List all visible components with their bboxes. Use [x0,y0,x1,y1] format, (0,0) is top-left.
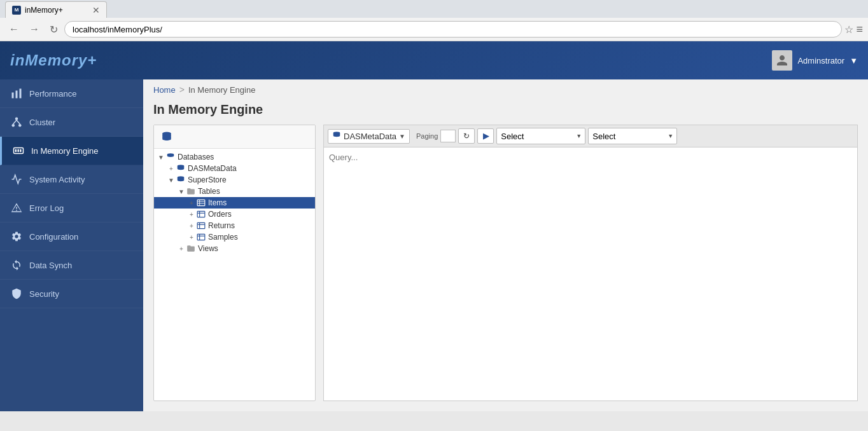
warning-icon [10,202,23,214]
database-superstore-icon [176,175,186,184]
query-editor[interactable] [323,147,858,401]
back-button[interactable]: ← [5,22,23,36]
expander-views: + [177,244,186,253]
svg-rect-23 [197,222,205,228]
breadcrumb: Home > In Memory Engine [143,79,868,100]
sidebar-label-security: Security [29,289,59,299]
gear-icon [10,230,23,243]
tree-node-returns[interactable]: + Returns [154,220,315,231]
expander-tables: ▼ [177,187,186,196]
page-title: In Memory Engine [143,100,868,125]
svg-rect-9 [15,149,17,153]
browser-tab[interactable]: M inMemory+ ✕ [5,1,107,18]
expander-dasmetadata: + [167,164,176,173]
content-area: Home > In Memory Engine In Memory Engine [143,79,868,411]
expander-orders: + [187,210,196,219]
svg-rect-10 [18,149,19,153]
tree-node-items[interactable]: + Items [154,197,315,209]
sidebar-item-error-log[interactable]: Error Log [0,194,143,222]
table-orders-icon [196,210,206,219]
browser-menu-button[interactable]: ≡ [856,23,863,36]
folder-tables-icon [186,187,196,196]
tab-title: inMemory+ [25,6,63,15]
shield-icon [10,287,23,300]
select-wrapper-2[interactable]: Select Option 1 Option 2 [588,128,677,144]
database-dasmetadata-icon [176,164,186,173]
sidebar-item-security[interactable]: Security [0,280,143,308]
main-panel: ▼ Databases + [143,125,868,411]
label-samples: Samples [208,233,238,242]
sidebar-label-system-activity: System Activity [29,175,85,184]
forward-button[interactable]: → [25,22,43,36]
svg-rect-2 [20,89,22,99]
tree-node-views[interactable]: + Views [154,243,315,254]
tree-node-databases[interactable]: ▼ Databases [154,151,315,163]
tree-panel: ▼ Databases + [153,125,316,401]
breadcrumb-current: In Memory Engine [188,85,256,95]
folder-views-icon [186,244,196,253]
chart-icon [10,87,23,100]
avatar [772,50,792,71]
table-items-icon [196,198,206,207]
sidebar-label-cluster: Cluster [29,118,55,127]
db-name-label: DASMetaData [344,132,396,141]
tree-node-tables[interactable]: ▼ Tables [154,186,315,197]
svg-point-3 [15,118,18,121]
user-label: Adminstrator [797,56,844,65]
omnibar-row: ← → ↻ ☆ ≡ [0,18,868,41]
expander-databases: ▼ [157,153,165,161]
svg-rect-1 [16,91,18,99]
app-logo: inMemory+ [10,51,97,69]
table-samples-icon [196,233,206,242]
svg-line-6 [13,120,17,124]
refresh-button[interactable]: ↻ [46,22,62,37]
tree-toolbar [154,125,315,149]
sidebar-item-cluster[interactable]: Cluster [0,108,143,137]
activity-icon [10,173,23,186]
user-dropdown-arrow[interactable]: ▼ [850,56,858,65]
sidebar-label-data-synch: Data Synch [29,261,72,270]
svg-point-4 [12,124,15,127]
breadcrumb-home[interactable]: Home [153,85,176,95]
breadcrumb-separator: > [179,85,185,95]
sidebar-label-configuration: Configuration [29,232,78,242]
run-button[interactable]: ▶ [477,128,494,144]
refresh-button[interactable]: ↻ [458,128,475,144]
paging-label: Paging [416,132,438,140]
label-items: Items [208,198,227,207]
select-dropdown-2[interactable]: Select Option 1 Option 2 [588,128,677,144]
nodes-icon [10,116,23,128]
tree-node-dasmetadata[interactable]: + DASMetaData [154,163,315,174]
user-area[interactable]: Adminstrator ▼ [772,50,858,71]
sidebar-item-data-synch[interactable]: Data Synch [0,251,143,280]
sidebar-item-system-activity[interactable]: System Activity [0,165,143,194]
svg-rect-16 [197,200,205,205]
db-select-wrapper[interactable]: DASMetaData ▼ [328,129,410,144]
tree-node-orders[interactable]: + Orders [154,209,315,220]
bookmark-button[interactable]: ☆ [844,24,853,36]
tree-node-superstore[interactable]: ▼ SuperStore [154,174,315,186]
paging-box [440,130,456,142]
app-header: inMemory+ Adminstrator ▼ [0,41,868,79]
sidebar-item-in-memory-engine[interactable]: In Memory Engine [0,137,143,165]
app-wrapper: inMemory+ Adminstrator ▼ Performanc [0,41,868,411]
label-returns: Returns [208,221,235,230]
memory-icon [12,144,25,157]
select-dropdown-1[interactable]: Select Option 1 Option 2 [496,128,585,144]
tree-node-samples[interactable]: + Samples [154,231,315,243]
expander-returns: + [187,221,196,230]
database-root-icon [165,153,176,161]
sidebar-item-performance[interactable]: Performance [0,79,143,108]
label-databases: Databases [178,153,214,161]
main-layout: Performance Cluster [0,79,868,411]
database-toolbar-icon[interactable] [159,129,174,144]
svg-rect-0 [12,93,14,99]
user-icon [776,54,788,67]
table-returns-icon [196,221,206,230]
sidebar-item-configuration[interactable]: Configuration [0,222,143,251]
tab-close-button[interactable]: ✕ [87,5,100,15]
label-views: Views [198,244,218,253]
logo-plus: + [87,51,97,69]
select-wrapper-1[interactable]: Select Option 1 Option 2 [496,128,585,144]
address-bar[interactable] [64,21,842,38]
